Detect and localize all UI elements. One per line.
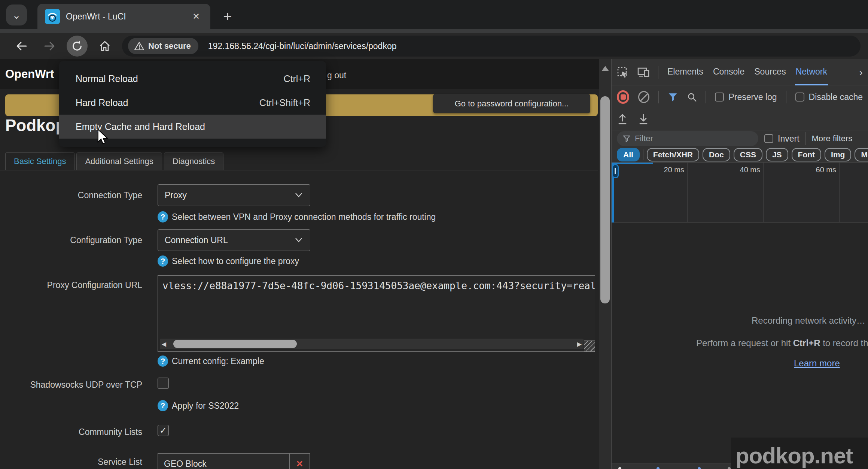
proxy-url-textarea[interactable]: vless://e88a1977-7d5e-48fc-9d06-15931450…: [158, 275, 595, 352]
scroll-right-icon[interactable]: ▶: [575, 341, 584, 348]
learn-more-link[interactable]: Learn more: [794, 358, 840, 369]
home-icon: [98, 39, 112, 53]
chevron-down-icon: [294, 237, 303, 243]
timeline-tick: 60 ms: [764, 163, 840, 222]
scrollbar-thumb[interactable]: [173, 340, 297, 348]
clear-network-log-icon[interactable]: [638, 91, 649, 103]
chip-media[interactable]: Media: [855, 148, 868, 161]
menu-item-label: Empty Cache and Hard Reload: [76, 121, 205, 132]
invert-filter-toggle[interactable]: Invert: [764, 134, 800, 144]
connection-type-label: Connection Type: [0, 190, 142, 200]
back-arrow-icon: [15, 39, 28, 53]
network-filter-input[interactable]: Filter: [617, 131, 758, 146]
configuration-type-select[interactable]: Connection URL: [158, 229, 310, 251]
textarea-resize-handle[interactable]: [584, 341, 595, 352]
page-scrollbar-thumb[interactable]: [600, 96, 610, 303]
tab-title: OpenWrt - LuCI: [66, 12, 183, 22]
menu-item-normal-reload[interactable]: Normal Reload Ctrl+R: [59, 67, 326, 91]
network-toolbar: Preserve log Disable cache: [612, 85, 868, 109]
devtools-tab-network[interactable]: Network: [795, 59, 828, 85]
network-overview-timeline[interactable]: 20 ms 40 ms 60 ms: [612, 163, 868, 223]
address-bar[interactable]: Not secure 192.168.56.24/cgi-bin/luci/ad…: [122, 36, 861, 57]
not-secure-chip[interactable]: Not secure: [128, 38, 198, 54]
service-list-label: Service List: [0, 457, 142, 467]
timeline-tick: 20 ms: [612, 163, 688, 222]
devtools-tab-elements[interactable]: Elements: [667, 59, 704, 85]
search-icon[interactable]: [687, 91, 697, 103]
more-filters-button[interactable]: More filters: [812, 134, 853, 143]
status-dot-icon: [698, 467, 701, 469]
new-tab-button[interactable]: +: [218, 7, 237, 26]
tab-close-icon[interactable]: ✕: [189, 10, 203, 23]
scroll-up-icon[interactable]: [601, 66, 609, 71]
help-icon[interactable]: ?: [158, 355, 168, 367]
preserve-log-toggle[interactable]: Preserve log: [715, 92, 777, 102]
menu-item-hard-reload[interactable]: Hard Reload Ctrl+Shift+R: [59, 91, 326, 115]
filter-funnel-icon[interactable]: [668, 91, 678, 103]
disable-cache-label: Disable cache: [809, 92, 863, 102]
ss-udp-help: ? Apply for SS2022: [158, 400, 239, 411]
tab-search-button[interactable]: ⌄: [6, 4, 27, 25]
tab-basic-settings[interactable]: Basic Settings: [5, 152, 74, 170]
logout-partial-text[interactable]: g out: [327, 70, 346, 81]
timeline-selection-range: [614, 163, 653, 164]
remove-entry-button[interactable]: ✕: [289, 454, 310, 469]
configuration-type-value: Connection URL: [165, 235, 228, 245]
divider: [706, 91, 706, 103]
preserve-log-checkbox[interactable]: [715, 93, 724, 102]
help-icon[interactable]: ?: [158, 400, 168, 411]
chip-js[interactable]: JS: [766, 148, 788, 161]
service-list-input[interactable]: GEO Block: [158, 454, 289, 469]
network-requests-empty-area: Recording network activity… Perform a re…: [612, 223, 868, 463]
chip-doc[interactable]: Doc: [703, 148, 730, 161]
community-lists-checkbox[interactable]: ✓: [158, 425, 169, 436]
connection-type-select[interactable]: Proxy: [158, 184, 310, 206]
back-button[interactable]: [11, 36, 32, 57]
record-network-log-icon[interactable]: [617, 90, 629, 104]
scrollbar-track[interactable]: [168, 339, 575, 349]
chrome-separator: [0, 29, 868, 33]
browser-tab[interactable]: OpenWrt - LuCI ✕: [37, 4, 210, 29]
devtools-tab-bar: Elements Console Sources Network ›: [612, 59, 868, 85]
inspect-element-icon[interactable]: [617, 66, 629, 78]
reload-button[interactable]: [67, 36, 88, 57]
page-scrollbar[interactable]: [599, 59, 611, 469]
proxy-url-help: ? Current config: Example: [158, 355, 264, 367]
tab-diagnostics[interactable]: Diagnostics: [164, 152, 224, 170]
network-filter-row: Filter Invert More filters: [612, 130, 868, 147]
tab-additional-settings[interactable]: Additional Settings: [76, 152, 162, 170]
timeline-drag-handle[interactable]: [612, 164, 619, 178]
reload-icon: [71, 40, 83, 52]
textarea-horizontal-scrollbar[interactable]: ◀ ▶: [160, 339, 584, 349]
chip-all[interactable]: All: [617, 148, 640, 161]
home-button[interactable]: [94, 36, 115, 57]
export-har-icon[interactable]: [638, 114, 649, 125]
ss-udp-checkbox[interactable]: [158, 378, 169, 389]
chip-css[interactable]: CSS: [734, 148, 762, 161]
filter-funnel-icon: [623, 135, 630, 142]
forward-button[interactable]: [39, 36, 60, 57]
help-icon[interactable]: ?: [158, 255, 168, 267]
openwrt-brand[interactable]: OpenWrt: [5, 67, 54, 81]
more-tabs-icon[interactable]: ›: [859, 66, 863, 79]
url-text[interactable]: 192.168.56.24/cgi-bin/luci/admin/service…: [208, 41, 397, 51]
plus-icon: +: [223, 8, 232, 25]
devtools-tab-sources[interactable]: Sources: [753, 59, 786, 85]
disable-cache-checkbox[interactable]: [795, 93, 804, 102]
status-dot-icon: [657, 467, 660, 469]
import-har-icon[interactable]: [617, 114, 628, 125]
device-toolbar-icon[interactable]: [637, 67, 650, 78]
divider: [786, 91, 786, 103]
chip-fetch-xhr[interactable]: Fetch/XHR: [647, 148, 699, 161]
devtools-panel: Elements Console Sources Network › Prese…: [611, 59, 868, 469]
help-icon[interactable]: ?: [158, 211, 168, 223]
password-config-button[interactable]: Go to password configuration...: [433, 94, 590, 113]
invert-checkbox[interactable]: [764, 134, 773, 143]
devtools-tab-console[interactable]: Console: [712, 59, 745, 85]
request-type-chips: All Fetch/XHR Doc CSS JS Font Img Media …: [612, 147, 868, 163]
mouse-cursor: [97, 129, 109, 147]
chip-img[interactable]: Img: [825, 148, 851, 161]
scroll-left-icon[interactable]: ◀: [160, 341, 168, 348]
chip-font[interactable]: Font: [792, 148, 821, 161]
disable-cache-toggle[interactable]: Disable cache: [795, 92, 863, 102]
